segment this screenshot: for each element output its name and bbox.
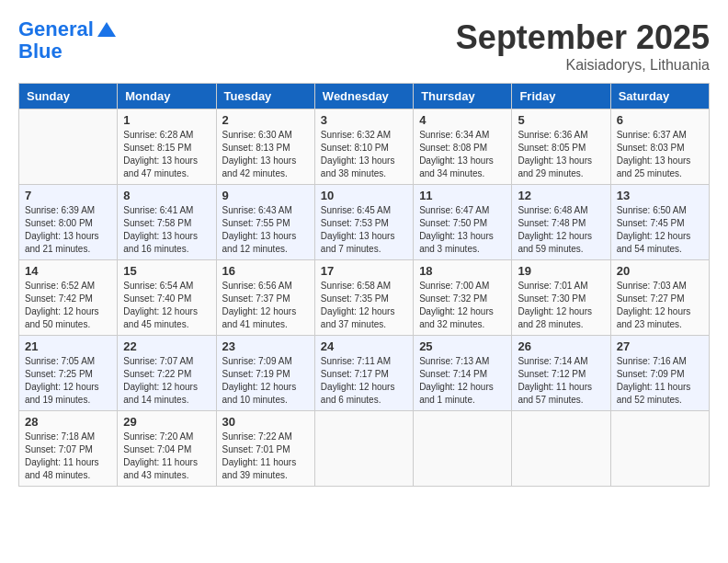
day-info: Sunrise: 7:22 AMSunset: 7:01 PMDaylight:… [222, 431, 309, 482]
day-number: 23 [222, 339, 309, 353]
header-saturday: Saturday [610, 84, 709, 109]
day-cell: 30Sunrise: 7:22 AMSunset: 7:01 PMDayligh… [216, 411, 314, 487]
logo: General Blue [18, 18, 118, 63]
day-cell: 12Sunrise: 6:48 AMSunset: 7:48 PMDayligh… [512, 185, 610, 260]
day-number: 5 [518, 113, 604, 127]
day-info: Sunrise: 7:11 AMSunset: 7:17 PMDaylight:… [321, 355, 407, 407]
day-info: Sunrise: 6:36 AMSunset: 8:05 PMDaylight:… [518, 129, 604, 180]
day-cell: 29Sunrise: 7:20 AMSunset: 7:04 PMDayligh… [118, 411, 216, 487]
day-info: Sunrise: 7:16 AMSunset: 7:09 PMDaylight:… [617, 355, 703, 407]
day-number: 20 [617, 264, 703, 278]
day-info: Sunrise: 6:39 AMSunset: 8:00 PMDaylight:… [25, 204, 111, 256]
day-number: 14 [25, 264, 111, 278]
day-info: Sunrise: 6:34 AMSunset: 8:08 PMDaylight:… [419, 129, 506, 180]
day-info: Sunrise: 6:28 AMSunset: 8:15 PMDaylight:… [123, 129, 210, 180]
day-number: 8 [123, 189, 210, 202]
calendar-header-row: SundayMondayTuesdayWednesdayThursdayFrid… [19, 84, 710, 109]
day-info: Sunrise: 6:50 AMSunset: 7:45 PMDaylight:… [617, 204, 703, 256]
day-info: Sunrise: 7:03 AMSunset: 7:27 PMDaylight:… [617, 280, 703, 331]
header-thursday: Thursday [414, 84, 512, 109]
day-number: 17 [321, 264, 407, 278]
day-number: 24 [321, 339, 407, 353]
day-info: Sunrise: 6:56 AMSunset: 7:37 PMDaylight:… [222, 280, 309, 331]
day-cell [314, 411, 413, 487]
day-cell: 15Sunrise: 6:54 AMSunset: 7:40 PMDayligh… [118, 260, 216, 336]
day-info: Sunrise: 6:47 AMSunset: 7:50 PMDaylight:… [419, 204, 506, 256]
svg-marker-0 [97, 22, 116, 37]
day-info: Sunrise: 7:13 AMSunset: 7:14 PMDaylight:… [419, 355, 506, 407]
day-cell: 27Sunrise: 7:16 AMSunset: 7:09 PMDayligh… [610, 336, 709, 411]
day-cell: 23Sunrise: 7:09 AMSunset: 7:19 PMDayligh… [216, 336, 314, 411]
day-info: Sunrise: 7:20 AMSunset: 7:04 PMDaylight:… [123, 431, 210, 482]
day-info: Sunrise: 6:37 AMSunset: 8:03 PMDaylight:… [617, 129, 703, 180]
day-cell: 18Sunrise: 7:00 AMSunset: 7:32 PMDayligh… [414, 260, 512, 336]
day-info: Sunrise: 7:07 AMSunset: 7:22 PMDaylight:… [123, 355, 210, 407]
day-cell [610, 411, 709, 487]
day-cell [19, 109, 118, 185]
day-cell: 24Sunrise: 7:11 AMSunset: 7:17 PMDayligh… [314, 336, 413, 411]
header-sunday: Sunday [19, 84, 118, 109]
day-number: 7 [25, 189, 111, 202]
header-tuesday: Tuesday [216, 84, 314, 109]
day-number: 28 [25, 415, 111, 429]
logo-icon [96, 18, 118, 40]
day-info: Sunrise: 6:52 AMSunset: 7:42 PMDaylight:… [25, 280, 111, 331]
day-number: 12 [518, 189, 604, 202]
day-info: Sunrise: 6:58 AMSunset: 7:35 PMDaylight:… [321, 280, 407, 331]
day-number: 1 [123, 113, 210, 127]
day-number: 10 [321, 189, 407, 202]
day-info: Sunrise: 7:05 AMSunset: 7:25 PMDaylight:… [25, 355, 111, 407]
day-info: Sunrise: 6:32 AMSunset: 8:10 PMDaylight:… [321, 129, 407, 180]
day-number: 25 [419, 339, 506, 353]
calendar-body: 1Sunrise: 6:28 AMSunset: 8:15 PMDaylight… [19, 109, 710, 487]
week-row-5: 28Sunrise: 7:18 AMSunset: 7:07 PMDayligh… [19, 411, 710, 487]
logo-line2: Blue [18, 40, 118, 63]
week-row-4: 21Sunrise: 7:05 AMSunset: 7:25 PMDayligh… [19, 336, 710, 411]
day-cell: 2Sunrise: 6:30 AMSunset: 8:13 PMDaylight… [216, 109, 314, 185]
page-header: General Blue September 2025 Kaisiadorys,… [18, 18, 710, 74]
day-cell: 7Sunrise: 6:39 AMSunset: 8:00 PMDaylight… [19, 185, 118, 260]
day-number: 27 [617, 339, 703, 353]
day-cell: 9Sunrise: 6:43 AMSunset: 7:55 PMDaylight… [216, 185, 314, 260]
day-cell: 14Sunrise: 6:52 AMSunset: 7:42 PMDayligh… [19, 260, 118, 336]
day-number: 22 [123, 339, 210, 353]
day-number: 19 [518, 264, 604, 278]
day-number: 3 [321, 113, 407, 127]
day-cell: 11Sunrise: 6:47 AMSunset: 7:50 PMDayligh… [414, 185, 512, 260]
day-info: Sunrise: 7:01 AMSunset: 7:30 PMDaylight:… [518, 280, 604, 331]
day-info: Sunrise: 6:48 AMSunset: 7:48 PMDaylight:… [518, 204, 604, 256]
day-cell: 8Sunrise: 6:41 AMSunset: 7:58 PMDaylight… [118, 185, 216, 260]
day-cell: 3Sunrise: 6:32 AMSunset: 8:10 PMDaylight… [314, 109, 413, 185]
day-number: 9 [222, 189, 309, 202]
day-number: 2 [222, 113, 309, 127]
day-cell: 4Sunrise: 6:34 AMSunset: 8:08 PMDaylight… [414, 109, 512, 185]
day-cell: 21Sunrise: 7:05 AMSunset: 7:25 PMDayligh… [19, 336, 118, 411]
day-info: Sunrise: 7:00 AMSunset: 7:32 PMDaylight:… [419, 280, 506, 331]
day-info: Sunrise: 6:45 AMSunset: 7:53 PMDaylight:… [321, 204, 407, 256]
day-number: 11 [419, 189, 506, 202]
day-cell: 6Sunrise: 6:37 AMSunset: 8:03 PMDaylight… [610, 109, 709, 185]
day-cell: 10Sunrise: 6:45 AMSunset: 7:53 PMDayligh… [314, 185, 413, 260]
header-monday: Monday [118, 84, 216, 109]
week-row-3: 14Sunrise: 6:52 AMSunset: 7:42 PMDayligh… [19, 260, 710, 336]
title-block: September 2025 Kaisiadorys, Lithuania [456, 18, 710, 74]
day-number: 18 [419, 264, 506, 278]
day-cell: 13Sunrise: 6:50 AMSunset: 7:45 PMDayligh… [610, 185, 709, 260]
month-title: September 2025 [456, 18, 710, 57]
day-cell: 16Sunrise: 6:56 AMSunset: 7:37 PMDayligh… [216, 260, 314, 336]
day-info: Sunrise: 6:54 AMSunset: 7:40 PMDaylight:… [123, 280, 210, 331]
day-info: Sunrise: 7:14 AMSunset: 7:12 PMDaylight:… [518, 355, 604, 407]
day-number: 16 [222, 264, 309, 278]
day-info: Sunrise: 6:30 AMSunset: 8:13 PMDaylight:… [222, 129, 309, 180]
day-cell: 22Sunrise: 7:07 AMSunset: 7:22 PMDayligh… [118, 336, 216, 411]
day-cell: 26Sunrise: 7:14 AMSunset: 7:12 PMDayligh… [512, 336, 610, 411]
day-info: Sunrise: 6:43 AMSunset: 7:55 PMDaylight:… [222, 204, 309, 256]
calendar-table: SundayMondayTuesdayWednesdayThursdayFrid… [18, 83, 710, 487]
day-cell: 20Sunrise: 7:03 AMSunset: 7:27 PMDayligh… [610, 260, 709, 336]
day-number: 21 [25, 339, 111, 353]
day-cell: 25Sunrise: 7:13 AMSunset: 7:14 PMDayligh… [414, 336, 512, 411]
day-cell: 5Sunrise: 6:36 AMSunset: 8:05 PMDaylight… [512, 109, 610, 185]
week-row-1: 1Sunrise: 6:28 AMSunset: 8:15 PMDaylight… [19, 109, 710, 185]
day-cell: 17Sunrise: 6:58 AMSunset: 7:35 PMDayligh… [314, 260, 413, 336]
day-info: Sunrise: 6:41 AMSunset: 7:58 PMDaylight:… [123, 204, 210, 256]
